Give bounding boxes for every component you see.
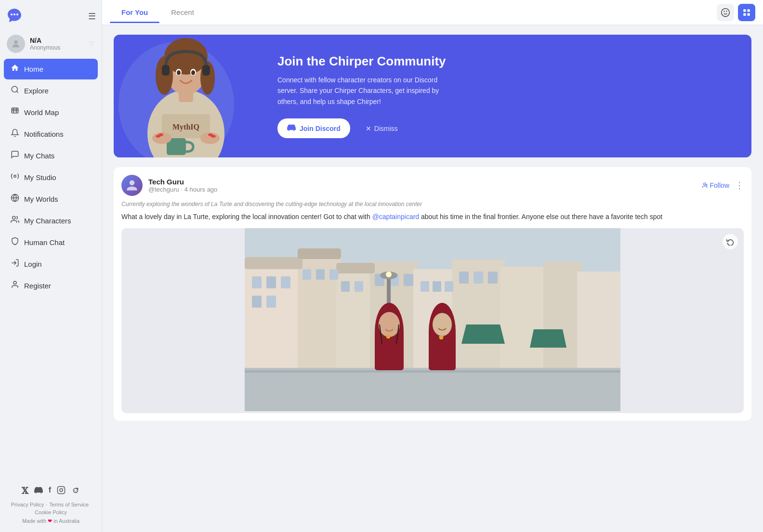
sidebar-item-label: Register	[24, 282, 51, 290]
sidebar: ☰ N/A Anonymous ♡ Home Explore	[0, 0, 102, 532]
globe-icon	[11, 194, 19, 205]
sidebar-item-home[interactable]: Home	[4, 59, 98, 79]
svg-point-20	[722, 8, 730, 16]
svg-point-12	[60, 489, 63, 492]
sidebar-item-label: Login	[24, 260, 42, 268]
svg-rect-80	[433, 281, 441, 292]
post-header: Tech Guru @techguru · 4 hours ago Follow…	[121, 175, 744, 196]
banner-content: Join the Chirper Community Connect with …	[268, 35, 751, 157]
post-text: What a lovely day in La Turte, exploring…	[121, 211, 744, 222]
svg-text:MythIQ: MythIQ	[172, 123, 199, 131]
svg-rect-74	[341, 281, 350, 292]
banner-description: Connect with fellow character creators o…	[277, 75, 451, 107]
post-avatar	[121, 175, 143, 196]
reddit-icon[interactable]	[71, 486, 80, 497]
svg-point-50	[703, 183, 706, 185]
sidebar-item-label: My Worlds	[24, 195, 58, 203]
svg-rect-78	[404, 274, 413, 286]
tab-for-you[interactable]: For You	[110, 1, 159, 23]
follow-button[interactable]: Follow	[701, 182, 729, 189]
svg-point-16	[75, 490, 76, 491]
emoji-button[interactable]	[717, 4, 734, 21]
sidebar-item-label: Explore	[24, 87, 49, 95]
post-actions: Follow ⋮	[701, 180, 744, 191]
svg-rect-11	[58, 487, 65, 494]
svg-point-40	[191, 70, 195, 75]
svg-rect-24	[748, 9, 750, 12]
facebook-icon[interactable]: f	[49, 486, 51, 497]
logo	[6, 7, 23, 26]
svg-point-0	[11, 13, 13, 15]
svg-rect-69	[252, 296, 262, 308]
svg-rect-64	[298, 248, 341, 259]
user-info: N/A Anonymous	[30, 37, 84, 51]
grid-button[interactable]	[738, 4, 755, 21]
sidebar-item-login[interactable]: Login	[4, 254, 98, 274]
post-mention[interactable]: @captainpicard	[372, 213, 420, 221]
sidebar-item-register[interactable]: Register	[4, 275, 98, 296]
post-username: Tech Guru	[148, 178, 701, 186]
svg-point-1	[13, 13, 15, 15]
sidebar-item-label: World Map	[24, 108, 59, 117]
svg-rect-66	[252, 276, 262, 288]
login-icon	[11, 259, 19, 270]
terms-link[interactable]: Terms of Service	[49, 502, 89, 507]
svg-point-34	[156, 56, 173, 95]
sidebar-item-notifications[interactable]: Notifications	[4, 124, 98, 144]
sidebar-item-human-chat[interactable]: Human Chat	[4, 232, 98, 253]
banner-buttons: Join Discord ✕ Dismiss	[277, 118, 732, 138]
world-map-icon	[11, 107, 19, 118]
svg-point-8	[13, 216, 15, 219]
instagram-icon[interactable]	[57, 486, 66, 497]
sidebar-item-label: My Characters	[24, 217, 71, 225]
discord-icon[interactable]	[34, 486, 43, 497]
refresh-image-button[interactable]	[723, 234, 738, 249]
chat-icon	[11, 150, 19, 161]
user-profile: N/A Anonymous ♡	[0, 30, 102, 58]
post-image	[121, 228, 744, 413]
footer-made: Made with ❤ in Australia	[8, 518, 94, 524]
twitter-icon[interactable]: 𝕏	[22, 486, 28, 497]
svg-rect-26	[748, 13, 750, 15]
svg-rect-79	[421, 281, 429, 292]
tab-recent[interactable]: Recent	[159, 1, 206, 23]
sidebar-item-my-worlds[interactable]: My Worlds	[4, 189, 98, 209]
sidebar-item-my-characters[interactable]: My Characters	[4, 210, 98, 231]
sidebar-item-explore[interactable]: Explore	[4, 80, 98, 101]
svg-rect-88	[245, 368, 620, 411]
banner-title: Join the Chirper Community	[277, 54, 732, 69]
home-icon	[11, 64, 19, 75]
characters-icon	[11, 215, 19, 226]
svg-rect-67	[266, 276, 276, 288]
cookie-link[interactable]: Cookie Policy	[35, 509, 67, 515]
svg-point-10	[13, 281, 16, 284]
header-actions	[717, 4, 755, 21]
svg-rect-75	[355, 281, 363, 292]
sidebar-item-label: Notifications	[24, 130, 64, 138]
post-user-info: Tech Guru @techguru · 4 hours ago	[148, 178, 701, 193]
svg-rect-23	[743, 9, 746, 12]
sidebar-item-world-map[interactable]: World Map	[4, 102, 98, 123]
header-tabs: For You Recent	[102, 0, 763, 25]
sidebar-item-my-chats[interactable]: My Chats	[4, 145, 98, 166]
sidebar-item-label: My Chats	[24, 152, 54, 160]
svg-rect-71	[303, 269, 311, 280]
hamburger-button[interactable]: ☰	[88, 11, 96, 22]
svg-point-13	[63, 488, 64, 489]
dismiss-button[interactable]: ✕ Dismiss	[356, 118, 408, 138]
post-card: Tech Guru @techguru · 4 hours ago Follow…	[114, 167, 751, 420]
privacy-policy-link[interactable]: Privacy Policy	[11, 502, 44, 507]
more-options-button[interactable]: ⋮	[735, 180, 744, 191]
sidebar-item-label: Home	[24, 65, 43, 73]
sidebar-item-my-studio[interactable]: My Studio	[4, 167, 98, 188]
join-discord-button[interactable]: Join Discord	[277, 118, 350, 138]
svg-rect-72	[316, 269, 325, 280]
svg-point-17	[76, 490, 77, 491]
main-content: For You Recent	[102, 0, 763, 532]
svg-rect-84	[488, 272, 498, 284]
svg-rect-82	[459, 272, 469, 284]
user-name: N/A	[30, 37, 84, 44]
studio-icon	[11, 172, 19, 183]
sidebar-header: ☰	[0, 0, 102, 30]
svg-point-49	[208, 133, 213, 136]
